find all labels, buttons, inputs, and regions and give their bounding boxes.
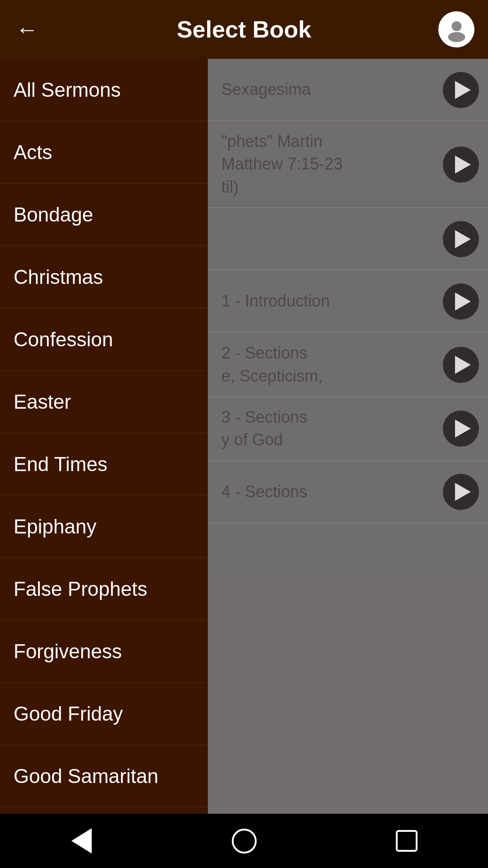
play-button-7[interactable] <box>443 474 479 510</box>
play-icon-4 <box>455 292 471 311</box>
sidebar-item-acts[interactable]: Acts <box>0 121 208 184</box>
sidebar-label-confession: Confession <box>14 328 113 351</box>
nav-back-button[interactable] <box>63 823 99 859</box>
sidebar-item-christmas[interactable]: Christmas <box>0 246 208 308</box>
svg-point-1 <box>448 32 465 42</box>
sermon-item-7: 4 - Sections <box>208 461 488 524</box>
sidebar-label-good-samaritan: Good Samaritan <box>14 765 158 788</box>
play-button-3[interactable] <box>443 221 479 257</box>
sidebar-item-easter[interactable]: Easter <box>0 371 208 433</box>
sermon-item-5: 2 - Sectionse, Scepticism, <box>208 333 488 397</box>
sidebar-item-all-sermons[interactable]: All Sermons <box>0 59 208 121</box>
sidebar-label-good-friday: Good Friday <box>14 703 123 725</box>
sidebar-label-all-sermons: All Sermons <box>14 79 121 101</box>
play-button-4[interactable] <box>443 283 479 320</box>
sidebar: All Sermons Acts Bondage Christmas Confe… <box>0 59 208 814</box>
sermon-item-1: Sexagesima <box>208 59 488 121</box>
sidebar-item-end-times[interactable]: End Times <box>0 433 208 495</box>
svg-point-0 <box>451 21 461 31</box>
nav-recents-button[interactable] <box>389 823 425 859</box>
page-title: Select Book <box>41 16 447 43</box>
sidebar-label-false-prophets: False Prophets <box>14 578 147 600</box>
sermon-text-5: 2 - Sectionse, Scepticism, <box>221 342 438 387</box>
play-button-6[interactable] <box>443 410 479 447</box>
sidebar-item-false-prophets[interactable]: False Prophets <box>0 558 208 620</box>
play-button-2[interactable] <box>443 146 479 183</box>
back-arrow-icon: ← <box>16 18 38 41</box>
sermon-item-6: 3 - Sectionsy of God <box>208 397 488 461</box>
nav-recents-icon <box>396 830 418 852</box>
play-button-5[interactable] <box>443 347 479 383</box>
main-content: All Sermons Acts Bondage Christmas Confe… <box>0 59 488 814</box>
sidebar-label-christmas: Christmas <box>14 266 103 288</box>
sidebar-label-easter: Easter <box>14 391 71 413</box>
profile-icon <box>444 17 469 42</box>
sidebar-item-bondage[interactable]: Bondage <box>0 184 208 246</box>
sermon-text-1: Sexagesima <box>221 78 438 101</box>
sermon-item-3 <box>208 208 488 270</box>
nav-home-icon <box>232 829 257 854</box>
sidebar-label-bondage: Bondage <box>14 203 93 226</box>
profile-button[interactable] <box>438 11 474 47</box>
play-icon-3 <box>455 230 471 248</box>
sermon-text-2: "phets" MartinMatthew 7:15-23til) <box>221 130 438 198</box>
sidebar-label-epiphany: Epiphany <box>14 515 96 538</box>
sidebar-label-end-times: End Times <box>14 453 108 476</box>
play-icon-5 <box>455 356 471 374</box>
sidebar-item-good-samaritan[interactable]: Good Samaritan <box>0 745 208 807</box>
sidebar-item-confession[interactable]: Confession <box>0 308 208 371</box>
sermon-text-6: 3 - Sectionsy of God <box>221 406 438 452</box>
nav-back-icon <box>71 828 92 854</box>
play-icon-7 <box>455 483 471 501</box>
sermon-text-7: 4 - Sections <box>221 481 438 503</box>
sidebar-item-epiphany[interactable]: Epiphany <box>0 495 208 558</box>
sermon-item-4: 1 - Introduction <box>208 270 488 333</box>
play-icon-1 <box>455 81 471 99</box>
back-button[interactable]: ← <box>14 16 41 43</box>
sermon-item-2: "phets" MartinMatthew 7:15-23til) <box>208 121 488 208</box>
sermon-text-4: 1 - Introduction <box>221 290 438 312</box>
sidebar-item-good-friday[interactable]: Good Friday <box>0 683 208 745</box>
play-icon-6 <box>455 420 471 438</box>
sidebar-label-forgiveness: Forgiveness <box>14 640 122 663</box>
content-panel: Sexagesima "phets" MartinMatthew 7:15-23… <box>208 59 488 814</box>
play-icon-2 <box>455 156 471 174</box>
play-button-1[interactable] <box>443 72 479 108</box>
sidebar-label-acts: Acts <box>14 141 52 164</box>
nav-home-button[interactable] <box>226 823 262 859</box>
sidebar-item-forgiveness[interactable]: Forgiveness <box>0 620 208 683</box>
header: ← Select Book <box>0 0 488 59</box>
navigation-bar <box>0 814 488 868</box>
